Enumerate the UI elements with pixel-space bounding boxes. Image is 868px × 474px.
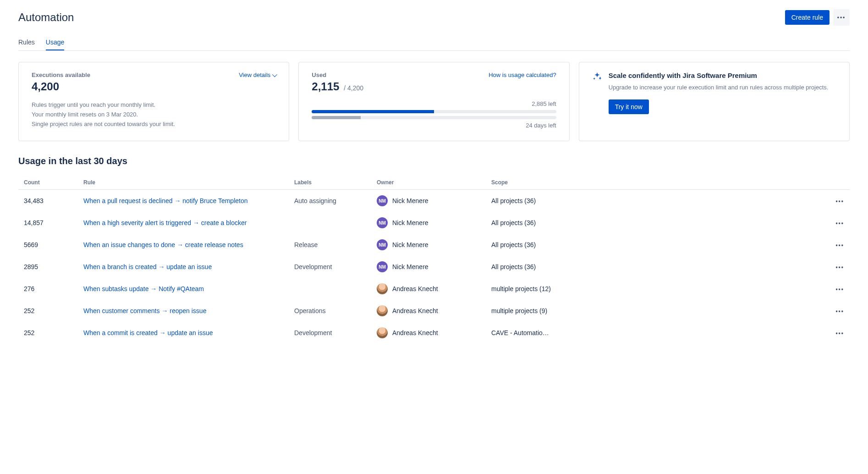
promo-title: Scale confidently with Jira Software Pre… xyxy=(609,72,829,79)
tab-rules[interactable]: Rules xyxy=(18,35,35,50)
executions-desc-3: Single project rules are not counted tow… xyxy=(32,120,276,129)
executions-desc-1: Rules trigger until you reach your month… xyxy=(32,100,276,110)
rule-link[interactable]: When a branch is created → update an iss… xyxy=(83,263,212,270)
row-actions-button[interactable]: ••• xyxy=(771,300,850,322)
more-icon: ••• xyxy=(835,220,844,226)
usage-table: Count Rule Labels Owner Scope 34,483When… xyxy=(18,176,850,344)
cell-owner: Andreas Knecht xyxy=(371,278,486,300)
avatar: NM xyxy=(377,195,388,206)
col-rule[interactable]: Rule xyxy=(78,176,289,190)
cell-count: 252 xyxy=(18,322,78,344)
table-row: 34,483When a pull request is declined → … xyxy=(18,190,850,212)
days-progress-bar xyxy=(312,116,556,119)
more-icon: ••• xyxy=(837,14,846,21)
col-count[interactable]: Count xyxy=(18,176,78,190)
executions-value: 4,200 xyxy=(32,80,59,93)
more-icon: ••• xyxy=(835,286,844,292)
days-left: 24 days left xyxy=(312,122,556,129)
usage-progress-bar xyxy=(312,110,556,113)
row-actions-button[interactable]: ••• xyxy=(771,278,850,300)
row-actions-button[interactable]: ••• xyxy=(771,212,850,234)
col-scope[interactable]: Scope xyxy=(486,176,771,190)
how-usage-link[interactable]: How is usage calculated? xyxy=(489,72,556,78)
row-actions-button[interactable]: ••• xyxy=(771,190,850,212)
cell-owner: Andreas Knecht xyxy=(371,300,486,322)
cell-rule: When a high severity alert is triggered … xyxy=(78,212,289,234)
cell-labels: Auto assigning xyxy=(289,190,371,212)
more-icon: ••• xyxy=(835,242,844,248)
cell-rule: When a pull request is declined → notify… xyxy=(78,190,289,212)
col-labels[interactable]: Labels xyxy=(289,176,371,190)
avatar xyxy=(377,283,388,294)
header-actions: Create rule ••• xyxy=(785,9,850,26)
cell-scope: All projects (36) xyxy=(486,234,771,256)
avatar xyxy=(377,327,388,338)
cell-labels: Operations xyxy=(289,300,371,322)
try-it-now-button[interactable]: Try it now xyxy=(609,99,649,114)
cell-rule: When a branch is created → update an iss… xyxy=(78,256,289,278)
used-of: / 4,200 xyxy=(344,84,363,92)
avatar xyxy=(377,305,388,316)
usage-progress-fill xyxy=(312,110,434,113)
used-left: 2,885 left xyxy=(312,100,556,107)
executions-label: Executions available xyxy=(32,72,90,78)
table-row: 5669When an issue changes to done → crea… xyxy=(18,234,850,256)
cell-rule: When an issue changes to done → create r… xyxy=(78,234,289,256)
view-details-link[interactable]: View details xyxy=(239,72,276,78)
rule-link[interactable]: When a high severity alert is triggered … xyxy=(83,219,247,226)
cell-labels: Development xyxy=(289,322,371,344)
row-actions-button[interactable]: ••• xyxy=(771,322,850,344)
cell-scope: multiple projects (12) xyxy=(486,278,771,300)
rule-link[interactable]: When customer comments → reopen issue xyxy=(83,307,206,314)
cell-scope: multiple projects (9) xyxy=(486,300,771,322)
more-icon: ••• xyxy=(835,330,844,336)
executions-desc-2: Your monthly limit resets on 3 Mar 2020. xyxy=(32,110,276,120)
cell-labels: Development xyxy=(289,256,371,278)
cell-rule: When subtasks update → Notify #QAteam xyxy=(78,278,289,300)
col-actions xyxy=(771,176,850,190)
used-label: Used xyxy=(312,72,326,78)
col-owner[interactable]: Owner xyxy=(371,176,486,190)
cell-owner: Andreas Knecht xyxy=(371,322,486,344)
tabs: Rules Usage xyxy=(18,35,850,51)
avatar: NM xyxy=(377,261,388,272)
more-icon: ••• xyxy=(835,308,844,314)
rule-link[interactable]: When an issue changes to done → create r… xyxy=(83,241,243,248)
cell-scope: CAVE - Automatio… xyxy=(486,322,771,344)
cell-owner: NMNick Menere xyxy=(371,190,486,212)
rule-link[interactable]: When subtasks update → Notify #QAteam xyxy=(83,285,204,292)
cell-scope: All projects (36) xyxy=(486,190,771,212)
avatar: NM xyxy=(377,217,388,228)
page-title: Automation xyxy=(18,11,74,24)
owner-name: Andreas Knecht xyxy=(392,307,438,314)
tab-usage[interactable]: Usage xyxy=(46,35,64,50)
cell-labels xyxy=(289,278,371,300)
cell-owner: NMNick Menere xyxy=(371,256,486,278)
owner-name: Nick Menere xyxy=(392,219,429,226)
cell-count: 2895 xyxy=(18,256,78,278)
cell-scope: All projects (36) xyxy=(486,256,771,278)
sparkle-icon xyxy=(592,72,602,132)
row-actions-button[interactable]: ••• xyxy=(771,234,850,256)
owner-name: Nick Menere xyxy=(392,263,429,270)
used-value: 2,115 xyxy=(312,80,339,93)
owner-name: Nick Menere xyxy=(392,197,429,204)
cell-rule: When customer comments → reopen issue xyxy=(78,300,289,322)
rule-link[interactable]: When a pull request is declined → notify… xyxy=(83,197,248,204)
create-rule-button[interactable]: Create rule xyxy=(785,10,830,25)
owner-name: Andreas Knecht xyxy=(392,329,438,336)
cell-count: 252 xyxy=(18,300,78,322)
used-card: Used How is usage calculated? 2,115 / 4,… xyxy=(298,62,569,141)
table-row: 14,857When a high severity alert is trig… xyxy=(18,212,850,234)
table-row: 252When a commit is created → update an … xyxy=(18,322,850,344)
view-details-text: View details xyxy=(239,72,270,78)
cell-count: 34,483 xyxy=(18,190,78,212)
avatar: NM xyxy=(377,239,388,250)
table-row: 276When subtasks update → Notify #QAteam… xyxy=(18,278,850,300)
rule-link[interactable]: When a commit is created → update an iss… xyxy=(83,329,213,336)
more-actions-button[interactable]: ••• xyxy=(833,9,850,26)
cell-scope: All projects (36) xyxy=(486,212,771,234)
promo-card: Scale confidently with Jira Software Pre… xyxy=(579,62,850,141)
row-actions-button[interactable]: ••• xyxy=(771,256,850,278)
cell-owner: NMNick Menere xyxy=(371,234,486,256)
